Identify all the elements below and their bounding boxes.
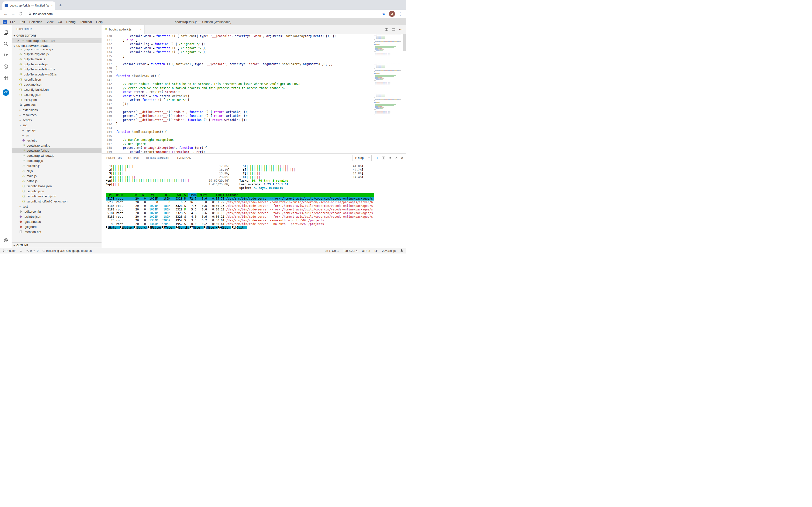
close-panel-icon[interactable]: × xyxy=(401,156,403,160)
outline-header[interactable]: ▸ OUTLINE xyxy=(12,242,102,248)
htop-process-row[interactable]: 5181 root 20 0 1021M 181M 3328 S 4.6 0.6… xyxy=(106,211,374,215)
scrollbar-thumb[interactable] xyxy=(403,34,405,51)
tab-close-icon[interactable]: × xyxy=(140,27,142,32)
file-tree-item[interactable]: JSgulpfile.extensions.js xyxy=(12,49,102,52)
file-tree-item[interactable]: JSbootstrap-window.js xyxy=(12,153,102,158)
file-tree-item[interactable]: {}tsconfig.strictNullChecks.json xyxy=(12,199,102,204)
workspace-header[interactable]: ▾ UNTITLED (WORKSPACE) xyxy=(12,43,102,49)
tab-size[interactable]: Tab Size: 4 xyxy=(343,249,358,252)
file-tree-item[interactable]: .mention-bot xyxy=(12,229,102,234)
browser-menu-icon[interactable]: ⋮ xyxy=(397,12,403,16)
terminal[interactable]: 1[||||||||||||17.8%] 2[||||||||16.1%] 3[… xyxy=(102,162,406,248)
htop-process-row[interactable]: 20 root 20 0 1344M 62052 1952 S 3.3 0.2 … xyxy=(106,219,374,222)
tab-close-icon[interactable]: × xyxy=(51,4,53,7)
file-tree-item[interactable]: JSgulpfile.hygiene.js xyxy=(12,52,102,57)
cursor-position[interactable]: Ln 1, Col 1 xyxy=(325,249,339,252)
close-editor-icon[interactable]: × xyxy=(17,39,19,43)
file-tree-item[interactable]: .editorconfig xyxy=(12,209,102,214)
file-tree-item[interactable]: yarn.lock xyxy=(12,102,102,107)
profile-avatar[interactable]: J xyxy=(389,11,395,17)
telemetry-off-badge[interactable]: Off xyxy=(3,89,9,96)
menu-item-terminal[interactable]: Terminal xyxy=(78,20,94,24)
panel-tab-output[interactable]: OUTPUT xyxy=(128,154,140,162)
reload-icon[interactable] xyxy=(18,12,24,16)
terminal-picker[interactable]: 1: htop ▾ xyxy=(352,155,371,161)
maximize-panel-icon[interactable] xyxy=(394,156,398,160)
kill-terminal-icon[interactable] xyxy=(388,156,391,160)
file-tree-item[interactable]: {}tsconfig.monaco.json xyxy=(12,194,102,199)
encoding[interactable]: UTF-8 xyxy=(362,249,370,252)
open-editor-item[interactable]: ×JSbootstrap-fork.jssrc xyxy=(12,38,102,43)
file-tree-item[interactable]: .gitignore xyxy=(12,224,102,229)
file-tree-item[interactable]: JSbuildfile.js xyxy=(12,163,102,168)
file-tree-item[interactable]: JScli.js xyxy=(12,168,102,173)
file-tree-item[interactable]: JSgulpfile.vscode.linux.js xyxy=(12,67,102,72)
split-terminal-icon[interactable] xyxy=(382,156,385,160)
code-content[interactable]: console.warn = function () { safeSend({ … xyxy=(116,34,374,153)
file-tree-item[interactable]: {}tsconfig.json xyxy=(12,189,102,194)
folder-tree-item[interactable]: ▸vs xyxy=(12,133,102,138)
split-editor-icon[interactable] xyxy=(385,28,388,31)
source-control-icon[interactable] xyxy=(0,49,12,61)
file-tree-item[interactable]: {}tslint.json xyxy=(12,97,102,102)
file-tree-item[interactable]: .eslintrc xyxy=(12,138,102,143)
folder-tree-item[interactable]: ▸resources xyxy=(12,112,102,118)
eol[interactable]: LF xyxy=(374,249,378,252)
panel-tab-debug-console[interactable]: DEBUG CONSOLE xyxy=(146,154,171,162)
menu-item-help[interactable]: Help xyxy=(94,20,105,24)
folder-tree-item[interactable]: ▸test xyxy=(12,204,102,209)
file-tree-item[interactable]: {}tsconfig.json xyxy=(12,92,102,97)
debug-icon[interactable] xyxy=(0,61,12,72)
file-tree-item[interactable]: JSpaths.js xyxy=(12,178,102,184)
search-icon[interactable] xyxy=(0,38,12,49)
file-tree-item[interactable]: {}jsconfig.json xyxy=(12,77,102,82)
htop-process-row[interactable]: 5178 root 20 0 1021M 181M 3328 R 72.7 0.… xyxy=(106,197,374,201)
language-status-item[interactable]: Initializing JS/TS language features xyxy=(42,249,91,252)
more-actions-icon[interactable]: ⋯ xyxy=(399,27,402,32)
folder-tree-item[interactable]: ▸extensions xyxy=(12,107,102,112)
file-tree-item[interactable]: {}package.json xyxy=(12,82,102,87)
browser-tab[interactable]: bootstrap-fork.js — Untitled (W × xyxy=(2,1,55,10)
menu-item-file[interactable]: File xyxy=(8,20,17,24)
file-tree-item[interactable]: .gitattributes xyxy=(12,219,102,224)
forward-icon[interactable]: → xyxy=(11,12,16,16)
open-editors-header[interactable]: ▾ OPEN EDITORS xyxy=(12,33,102,38)
new-tab-button[interactable]: + xyxy=(57,2,64,9)
language-mode[interactable]: JavaScript xyxy=(382,249,396,252)
htop-function-keys[interactable]: F1Help F2Setup F3SearchF4FilterF5Tree F6… xyxy=(106,226,406,230)
file-tree-item[interactable]: JSgulpfile.vscode.win32.js xyxy=(12,72,102,77)
menu-item-debug[interactable]: Debug xyxy=(64,20,78,24)
htop-process-row[interactable]: 5233 root 20 0 0 0 0 Z 36.3 0.0 0:02.79 … xyxy=(106,201,374,204)
back-icon[interactable]: ← xyxy=(3,12,8,16)
new-terminal-icon[interactable]: + xyxy=(376,156,379,160)
menu-item-go[interactable]: Go xyxy=(56,20,64,24)
sync-item[interactable] xyxy=(19,249,22,252)
settings-gear-icon[interactable] xyxy=(0,234,12,246)
htop-process-row[interactable]: 5180 root 20 0 1021M 181M 3328 S 7.3 0.6… xyxy=(106,204,374,208)
explorer-icon[interactable] xyxy=(0,26,12,38)
extensions-icon[interactable] xyxy=(0,72,12,83)
file-tree-item[interactable]: {}tsconfig.build.json xyxy=(12,87,102,92)
menu-item-view[interactable]: View xyxy=(45,20,56,24)
file-tree-item[interactable]: .eslintrc.json xyxy=(12,214,102,219)
panel-tab-problems[interactable]: PROBLEMS xyxy=(106,154,122,162)
code-editor[interactable]: 1301311321331341351361371381391401411421… xyxy=(102,34,406,153)
file-tree-item[interactable]: JSbootstrap-amd.js xyxy=(12,143,102,148)
editor-scrollbar[interactable] xyxy=(403,34,406,153)
htop-process-row[interactable]: 5183 root 20 0 1021M 181M 3328 S 4.0 0.6… xyxy=(106,215,374,219)
htop-process-row[interactable]: 39 root 20 0 1344M 62052 1952 S 0.0 0.2 … xyxy=(106,222,374,226)
problems-item[interactable]: 0 0 xyxy=(26,249,39,252)
file-tree-item[interactable]: JSbootstrap.js xyxy=(12,158,102,163)
minimap[interactable] xyxy=(374,34,403,153)
folder-tree-item[interactable]: ▸scripts xyxy=(12,118,102,123)
menu-item-selection[interactable]: Selection xyxy=(27,20,44,24)
file-tree-item[interactable]: {}tsconfig.base.json xyxy=(12,184,102,189)
layout-icon[interactable] xyxy=(392,28,395,31)
notifications-bell-icon[interactable] xyxy=(400,249,403,252)
file-tree-item[interactable]: JSmain.js xyxy=(12,173,102,178)
panel-tab-terminal[interactable]: TERMINAL xyxy=(177,154,191,162)
file-tree-item[interactable]: JSbootstrap-fork.js xyxy=(12,148,102,153)
git-branch-item[interactable]: master xyxy=(3,249,16,252)
editor-tab[interactable]: JS bootstrap-fork.js × xyxy=(102,25,144,34)
folder-tree-item[interactable]: ▸typings xyxy=(12,128,102,133)
